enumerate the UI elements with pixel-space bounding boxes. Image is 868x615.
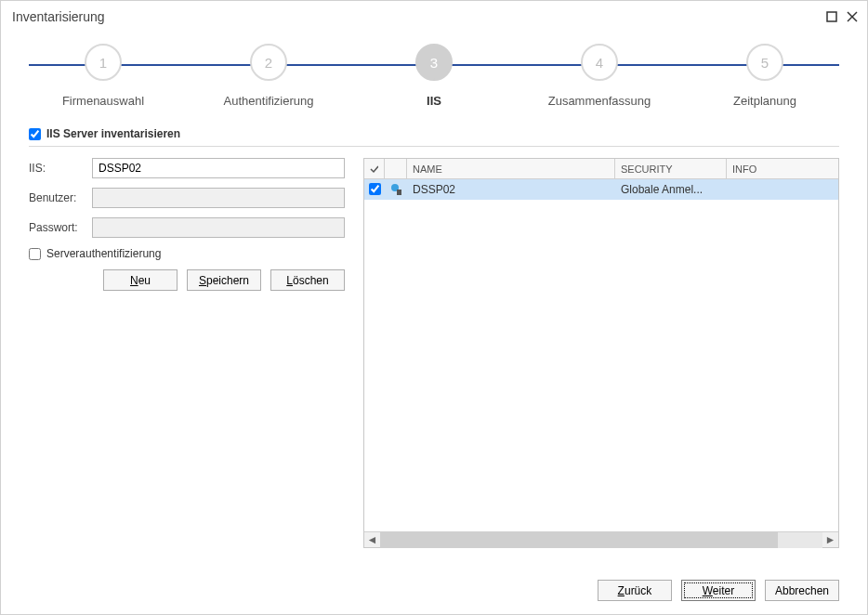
step-4[interactable]: 4Zusammenfassung	[525, 44, 674, 108]
horizontal-scrollbar[interactable]: ◄ ►	[364, 531, 838, 547]
wizard-stepper: 1Firmenauswahl2Authentifizierung3IIS4Zus…	[29, 44, 839, 118]
inventory-checkbox[interactable]	[29, 128, 41, 140]
step-circle: 3	[415, 44, 453, 81]
row-name: DSSP02	[407, 181, 615, 198]
scroll-left-icon[interactable]: ◄	[364, 532, 380, 548]
user-input	[92, 188, 345, 208]
inventory-checkbox-label[interactable]: IIS Server inventarisieren	[46, 127, 180, 140]
form-panel: IIS: Benutzer: Passwort: Serverauthentif…	[29, 158, 345, 548]
iis-label: IIS:	[29, 162, 92, 175]
iis-input[interactable]	[92, 158, 345, 178]
password-label: Passwort:	[29, 221, 92, 234]
new-button[interactable]: Neu	[103, 269, 178, 291]
table-row[interactable]: DSSP02Globale Anmel...	[364, 179, 838, 200]
step-label: Zusammenfassung	[548, 94, 651, 108]
maximize-icon[interactable]	[826, 11, 837, 22]
cancel-button[interactable]: Abbrechen	[765, 580, 839, 601]
delete-button[interactable]: Löschen	[270, 269, 345, 291]
svg-rect-4	[397, 190, 401, 195]
step-label: IIS	[427, 94, 441, 108]
step-circle: 5	[746, 44, 783, 81]
scroll-track[interactable]	[380, 532, 822, 548]
row-security: Globale Anmel...	[615, 181, 727, 198]
dialog-inventarisierung: Inventarisierung 1Firmenauswahl2Authenti…	[0, 0, 868, 615]
back-button[interactable]: Zurück	[598, 580, 672, 601]
table-body: DSSP02Globale Anmel...	[364, 179, 838, 531]
header-security[interactable]: SECURITY	[615, 159, 727, 178]
table-panel: NAME SECURITY INFO DSSP02Globale Anmel..…	[363, 158, 839, 548]
step-circle: 1	[85, 44, 122, 81]
header-info[interactable]: INFO	[727, 159, 838, 178]
step-label: Authentifizierung	[224, 94, 314, 108]
save-button[interactable]: Speichern	[187, 269, 261, 291]
window-title: Inventarisierung	[12, 9, 105, 24]
step-3[interactable]: 3IIS	[360, 44, 508, 108]
step-circle: 4	[581, 44, 618, 81]
step-circle: 2	[250, 44, 287, 81]
header-icon-cell	[385, 159, 407, 178]
step-2[interactable]: 2Authentifizierung	[194, 44, 343, 108]
header-name[interactable]: NAME	[407, 159, 615, 178]
header-checkbox-cell[interactable]	[364, 159, 385, 178]
table-header: NAME SECURITY INFO	[364, 159, 838, 179]
inventory-checkbox-row: IIS Server inventarisieren	[29, 127, 839, 140]
serverauth-checkbox[interactable]	[29, 248, 41, 260]
step-5[interactable]: 5Zeitplanung	[690, 44, 839, 108]
password-input	[92, 217, 345, 238]
row-checkbox[interactable]	[364, 179, 385, 200]
svg-rect-0	[827, 12, 836, 21]
step-1[interactable]: 1Firmenauswahl	[29, 44, 178, 108]
server-icon	[385, 181, 407, 198]
serverauth-label[interactable]: Serverauthentifizierung	[46, 247, 161, 260]
user-label: Benutzer:	[29, 191, 92, 204]
next-button[interactable]: Weiter	[681, 580, 756, 601]
step-label: Zeitplanung	[733, 94, 796, 108]
wizard-footer: Zurück Weiter Abbrechen	[598, 580, 839, 601]
step-label: Firmenauswahl	[62, 94, 144, 108]
window-controls	[826, 11, 858, 22]
titlebar: Inventarisierung	[1, 1, 867, 27]
scroll-thumb[interactable]	[380, 532, 778, 548]
close-icon[interactable]	[847, 11, 858, 22]
row-info	[727, 188, 838, 191]
server-table: NAME SECURITY INFO DSSP02Globale Anmel..…	[363, 158, 839, 548]
divider	[29, 146, 839, 147]
scroll-right-icon[interactable]: ►	[822, 532, 838, 548]
